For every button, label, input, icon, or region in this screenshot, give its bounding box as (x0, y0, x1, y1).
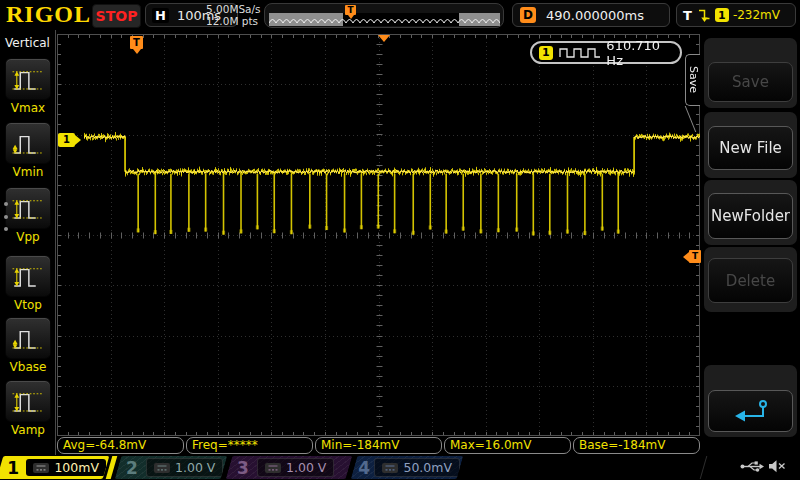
channel1-zero-marker: 1 (58, 133, 75, 147)
channel-status-bar: 1 100mV 2 1.00 V (0, 455, 800, 480)
softkey-slot: Delete (704, 247, 797, 312)
run-state-indicator: STOP (92, 4, 141, 28)
delay-label: D (520, 7, 536, 23)
memory-waveform-strip (269, 13, 500, 26)
measurement-max: Max=16.0mV (444, 437, 571, 454)
delay-value: 490.000000ms (546, 8, 644, 23)
channel1-number: 1 (0, 458, 26, 478)
vtop-icon (8, 261, 48, 292)
coupling-icon (33, 463, 49, 473)
delay-box: D 490.000000ms (512, 3, 670, 27)
oscilloscope-screen: RIGOL STOP H 100ms 5.00MSa/s 12.0M pts T… (0, 0, 800, 480)
scope-graticule-display (57, 34, 700, 436)
channel2-chip[interactable]: 2 1.00 V (115, 456, 228, 479)
softkey-slot (704, 365, 797, 437)
softkey-slot: NewFolder (704, 180, 797, 245)
left-menu-title: Vertical (0, 36, 55, 50)
vmin-icon (8, 128, 48, 159)
new-folder-button[interactable]: NewFolder (708, 193, 793, 239)
vbase-icon (8, 323, 48, 354)
menu-page-dot (4, 202, 8, 206)
top-status-bar: RIGOL STOP H 100ms 5.00MSa/s 12.0M pts T… (0, 0, 800, 30)
delete-button[interactable]: Delete (708, 258, 793, 303)
trigger-box: T 1 -232mV (676, 3, 796, 27)
measurement-base: Base=-184mV (573, 437, 700, 454)
usb-icon (740, 460, 764, 473)
left-menu-item-vbase[interactable]: Vbase (3, 317, 53, 374)
channel2-scale: 1.00 V (175, 460, 215, 475)
trigger-source-channel-badge: 1 (715, 8, 729, 22)
trigger-label: T (683, 8, 692, 23)
channel4-number: 4 (354, 458, 374, 478)
left-menu-item-vamp[interactable]: Vamp (3, 380, 53, 437)
rigol-logo: RIGOL (6, 1, 91, 28)
trigger-level-value: -232mV (733, 8, 780, 22)
measurement-min: Min=-184mV (315, 437, 442, 454)
memory-trigger-flag-icon: T (345, 5, 356, 15)
left-menu-item-vmax[interactable]: Vmax (3, 58, 53, 115)
coupling-icon (382, 463, 398, 473)
measurement-freq: Freq=***** (186, 437, 313, 454)
vpp-icon (8, 193, 48, 224)
frequency-value: 610.710 Hz (606, 38, 680, 68)
channel3-number: 3 (229, 458, 257, 478)
return-arrow-icon (729, 398, 773, 424)
bottom-bar-divider (700, 456, 708, 479)
vamp-icon (8, 386, 48, 417)
memory-depth: 12.0M pts (206, 15, 262, 27)
left-menu-item-vtop[interactable]: Vtop (3, 255, 53, 312)
acquisition-info: 5.00MSa/s 12.0M pts (206, 3, 262, 27)
channel4-scale: 50.0mV (403, 460, 452, 475)
coupling-icon (265, 463, 281, 473)
softkey-slot: New File (704, 112, 797, 178)
menu-tab-save: Save (685, 54, 700, 106)
left-menu-item-vpp[interactable]: Vpp (3, 187, 53, 244)
trigger-position-flag: T (130, 36, 143, 49)
measurement-results-row: Avg=-64.8mV Freq=***** Min=-184mV Max=16… (57, 437, 700, 454)
new-file-button[interactable]: New File (708, 126, 793, 170)
left-menu-item-vmin[interactable]: Vmin (3, 122, 53, 179)
left-measure-menu: Vertical Vmax Vmin Vpp Vtop Vbase Vamp (0, 30, 56, 455)
freq-channel-badge: 1 (539, 46, 553, 60)
measurement-avg: Avg=-64.8mV (57, 437, 184, 454)
menu-page-dot (4, 215, 8, 219)
memory-position-bar: T (264, 3, 504, 28)
back-button[interactable] (708, 390, 793, 432)
channel3-scale: 1.00 V (286, 460, 326, 475)
square-wave-icon (559, 46, 601, 59)
menu-page-dot (4, 227, 8, 231)
vmax-icon (8, 64, 48, 95)
frequency-readout: 1 610.710 Hz (530, 41, 682, 64)
falling-edge-icon (697, 8, 711, 23)
channel3-chip[interactable]: 3 1.00 V (226, 456, 353, 479)
right-soft-menu: Save Save New File NewFolder Delete (700, 30, 800, 455)
channel1-chip[interactable]: 1 100mV (0, 456, 109, 479)
memory-waveform-icon (269, 13, 500, 26)
channel2-number: 2 (118, 458, 146, 478)
coupling-icon (154, 463, 170, 473)
delay-position-marker-icon (378, 35, 390, 42)
softkey-slot: Save (704, 38, 797, 108)
h-label: H (152, 8, 169, 23)
save-button[interactable]: Save (708, 62, 793, 102)
sample-rate: 5.00MSa/s (206, 3, 262, 15)
channel1-scale: 100mV (54, 460, 99, 475)
channel4-chip[interactable]: 4 50.0mV (351, 456, 464, 479)
speaker-muted-icon (768, 459, 786, 474)
